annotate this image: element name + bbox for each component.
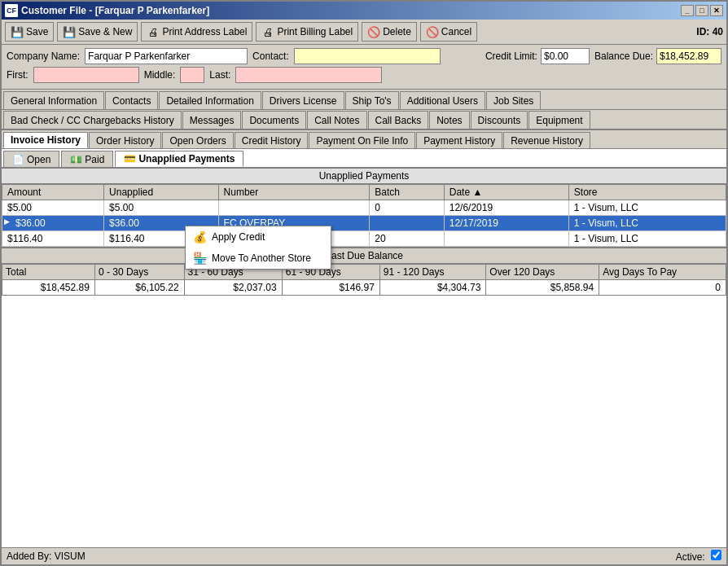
cell-date: 12/17/2019 (444, 216, 568, 231)
save-new-icon: 💾 (63, 25, 76, 38)
col-number[interactable]: Number (218, 185, 370, 200)
col-date[interactable]: Date ▲ (444, 185, 568, 200)
val-31-60: $2,037.03 (184, 280, 282, 296)
tab-equipment[interactable]: Equipment (528, 111, 590, 129)
col-0-30: 0 - 30 Days (94, 265, 184, 280)
balance-due-input[interactable] (656, 48, 721, 64)
cell-date: 12/6/2019 (444, 200, 568, 216)
inner-tab-order-history[interactable]: Order History (89, 132, 161, 148)
cell-unapplied: $5.00 (104, 200, 218, 216)
col-unapplied[interactable]: Unapplied (104, 185, 218, 200)
tab-ship-tos[interactable]: Ship To's (345, 91, 399, 109)
tabs-row-2: Bad Check / CC Chargebacks History Messa… (2, 110, 726, 130)
inner-tab-credit-history[interactable]: Credit History (235, 132, 309, 148)
subtabs-row: 📄 Open 💵 Paid 💳 Unapplied Payments (2, 149, 726, 169)
tab-notes[interactable]: Notes (429, 111, 469, 129)
tab-discounts[interactable]: Discounts (471, 111, 528, 129)
save-new-button[interactable]: 💾 Save & New (57, 22, 138, 42)
credit-limit-row: Credit Limit: (485, 48, 590, 64)
delete-icon: 🚫 (367, 25, 380, 38)
cancel-button[interactable]: 🚫 Cancel (420, 22, 477, 42)
col-91-120: 91 - 120 Days (379, 265, 486, 280)
cell-batch (370, 216, 445, 231)
context-move-store[interactable]: 🏪 Move To Another Store (186, 248, 331, 269)
table-row[interactable]: $5.00 $5.00 0 12/6/2019 1 - Visum, LLC (2, 200, 726, 216)
last-label: Last: (209, 69, 230, 81)
form-row-2: First: Middle: Last: (7, 67, 721, 83)
form-row-1: Company Name: Contact: Credit Limit: Bal… (7, 48, 721, 64)
cancel-icon: 🚫 (426, 25, 439, 38)
unapplied-icon: 💳 (124, 153, 136, 165)
context-apply-credit[interactable]: 💰 Apply Credit (186, 226, 331, 248)
past-due-data-row: $18,452.89 $6,105.22 $2,037.03 $146.97 $… (2, 280, 726, 296)
subtab-unapplied-payments[interactable]: 💳 Unapplied Payments (115, 151, 243, 167)
past-due-header: Past Due Balance (2, 248, 726, 264)
credit-limit-input[interactable] (541, 48, 590, 64)
delete-button[interactable]: 🚫 Delete (362, 22, 417, 42)
form-area: Company Name: Contact: Credit Limit: Bal… (2, 45, 726, 90)
sort-indicator: ▲ (472, 186, 482, 198)
inner-tab-open-orders[interactable]: Open Orders (162, 132, 233, 148)
val-over-120: $5,858.94 (486, 280, 599, 296)
cell-batch: 20 (370, 231, 445, 247)
tabs-row-1: General Information Contacts Detailed In… (2, 90, 726, 110)
cell-number (218, 200, 370, 216)
minimize-button[interactable]: _ (681, 5, 694, 16)
tab-general-information[interactable]: General Information (3, 91, 104, 109)
print-address-icon: 🖨 (147, 25, 160, 38)
col-store[interactable]: Store (568, 185, 726, 200)
first-label: First: (7, 69, 29, 81)
tab-call-backs[interactable]: Call Backs (368, 111, 429, 129)
val-91-120: $4,304.73 (379, 280, 486, 296)
tab-detailed-information[interactable]: Detailed Information (159, 91, 261, 109)
title-bar-left: CF Customer File - [Farquar P Parkenfark… (5, 4, 209, 17)
print-address-button[interactable]: 🖨 Print Address Label (141, 22, 252, 42)
past-due-header-row: Total 0 - 30 Days 31 - 60 Days 61 - 90 D… (2, 265, 726, 280)
cell-store: 1 - Visum, LLC (568, 200, 726, 216)
tab-additional-users[interactable]: Additional Users (400, 91, 485, 109)
toolbar: 💾 Save 💾 Save & New 🖨 Print Address Labe… (2, 20, 726, 45)
window-title: Customer File - [Farquar P Parkenfarker] (21, 5, 209, 16)
table-row[interactable]: ▶ $36.00 $36.00 FC OVERPAY 12/17/2019 1 … (2, 216, 726, 231)
inner-tab-revenue-history[interactable]: Revenue History (503, 132, 590, 148)
tab-bad-check[interactable]: Bad Check / CC Chargebacks History (3, 111, 182, 129)
balance-due-label: Balance Due: (594, 50, 653, 62)
inner-tab-payment-history[interactable]: Payment History (416, 132, 502, 148)
middle-input[interactable] (180, 67, 204, 83)
tab-drivers-license[interactable]: Drivers License (262, 91, 344, 109)
tab-contacts[interactable]: Contacts (105, 91, 158, 109)
active-checkbox[interactable] (711, 550, 721, 560)
subtab-paid[interactable]: 💵 Paid (61, 151, 113, 167)
close-button[interactable]: ✕ (710, 5, 723, 16)
tab-call-notes[interactable]: Call Notes (307, 111, 366, 129)
col-total: Total (2, 265, 95, 280)
contact-label: Contact: (252, 50, 289, 62)
company-input[interactable] (85, 48, 248, 64)
print-billing-icon: 🖨 (261, 25, 274, 38)
balance-due-row: Balance Due: (594, 48, 721, 64)
inner-tab-invoice-history[interactable]: Invoice History (3, 132, 88, 148)
print-billing-button[interactable]: 🖨 Print Billing Label (256, 22, 358, 42)
first-input[interactable] (33, 67, 139, 83)
middle-label: Middle: (144, 69, 176, 81)
contact-input[interactable] (294, 48, 441, 64)
table-row[interactable]: $116.40 $116.40 MONTH 20 1 - Visum, LLC (2, 231, 726, 247)
inner-tab-payment-on-file[interactable]: Payment On File Info (309, 132, 415, 148)
tab-job-sites[interactable]: Job Sites (486, 91, 541, 109)
last-input[interactable] (235, 67, 382, 83)
cell-store: 1 - Visum, LLC (568, 231, 726, 247)
tab-messages[interactable]: Messages (182, 111, 242, 129)
save-button[interactable]: 💾 Save (5, 22, 54, 42)
col-batch[interactable]: Batch (370, 185, 445, 200)
col-avg-days: Avg Days To Pay (599, 265, 726, 280)
table-wrapper: Amount Unapplied Number Batch Date ▲ Sto… (2, 184, 726, 247)
subtab-open[interactable]: 📄 Open (3, 151, 59, 167)
tab-documents[interactable]: Documents (242, 111, 306, 129)
maximize-button[interactable]: □ (695, 5, 708, 16)
record-id: ID: 40 (696, 26, 723, 37)
val-0-30: $6,105.22 (94, 280, 184, 296)
apply-credit-icon: 💰 (192, 230, 207, 244)
col-amount[interactable]: Amount (2, 185, 104, 200)
cell-amount: ▶ $36.00 (2, 216, 104, 231)
unapplied-table: Amount Unapplied Number Batch Date ▲ Sto… (2, 184, 726, 247)
